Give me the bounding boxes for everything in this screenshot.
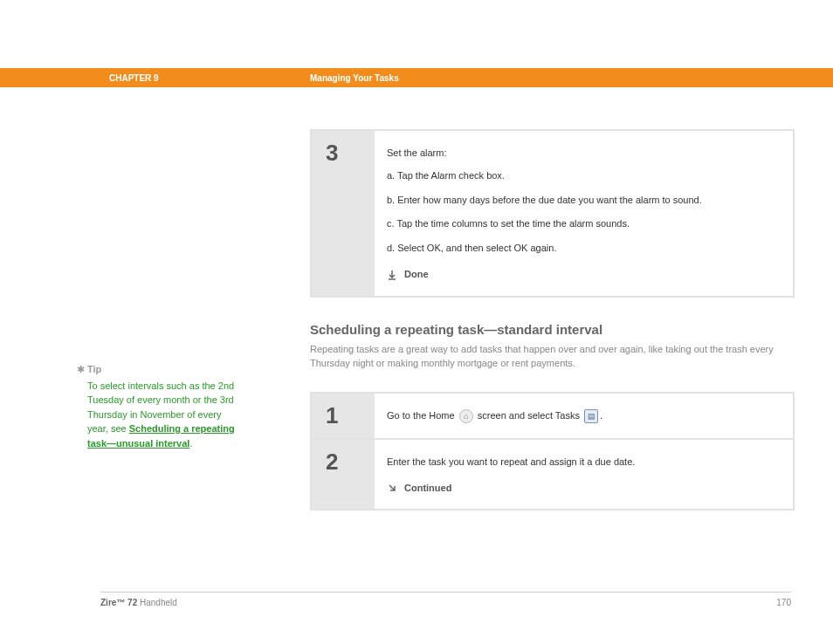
home-icon: ⌂ [459, 409, 473, 423]
step-3-box: 3 Set the alarm: a. Tap the Alarm check … [310, 129, 795, 298]
page-header: CHAPTER 9 Managing Your Tasks [0, 68, 833, 87]
tip-label: Tip [87, 362, 244, 377]
asterisk-icon: ✱ [77, 362, 85, 377]
step-number-3: 3 [312, 131, 375, 296]
continued-arrow-icon [387, 483, 397, 493]
step-1-content: Go to the Home ⌂ screen and select Tasks… [375, 394, 793, 438]
section-heading: Scheduling a repeating task—standard int… [310, 322, 795, 337]
header-title: Managing Your Tasks [310, 73, 399, 83]
product-name: Zire™ 72 Handheld [100, 598, 177, 607]
step3-intro: Set the alarm: [387, 145, 777, 162]
tip-sidebar: ✱ Tip To select intervals such as the 2n… [87, 362, 244, 450]
page-footer: Zire™ 72 Handheld 170 [100, 592, 791, 607]
continued-label: Continued [404, 480, 451, 497]
step3-b: b. Enter how many days before the due da… [387, 192, 777, 209]
steps-1-2-box: 1 Go to the Home ⌂ screen and select Tas… [310, 392, 795, 511]
product-bold: Zire™ 72 [100, 598, 137, 607]
tip-tail: . [189, 438, 192, 449]
tip-text: To select intervals such as the 2nd Tues… [87, 379, 244, 451]
section-description: Repeating tasks are a great way to add t… [310, 342, 795, 371]
step1-post: . [600, 410, 602, 421]
step-2-content: Enter the task you want to repeat and as… [375, 440, 793, 510]
main-content: 3 Set the alarm: a. Tap the Alarm check … [310, 87, 795, 510]
done-arrow-icon [387, 270, 397, 280]
step-number-1: 1 [312, 394, 375, 438]
step1-mid: screen and select Tasks [475, 410, 582, 421]
done-label: Done [404, 266, 429, 284]
step3-d: d. Select OK, and then select OK again. [387, 240, 777, 257]
page-number: 170 [776, 598, 791, 607]
step3-a: a. Tap the Alarm check box. [387, 168, 777, 185]
step2-text: Enter the task you want to repeat and as… [387, 454, 777, 471]
step3-c: c. Tap the time columns to set the time … [387, 216, 777, 233]
done-indicator: Done [387, 266, 777, 284]
tasks-icon: ▤ [584, 409, 598, 423]
chapter-label: CHAPTER 9 [109, 73, 310, 83]
step-3-content: Set the alarm: a. Tap the Alarm check bo… [375, 131, 793, 296]
continued-indicator: Continued [387, 480, 777, 497]
step1-pre: Go to the Home [387, 410, 458, 421]
step-number-2: 2 [312, 440, 375, 510]
product-rest: Handheld [137, 598, 177, 607]
